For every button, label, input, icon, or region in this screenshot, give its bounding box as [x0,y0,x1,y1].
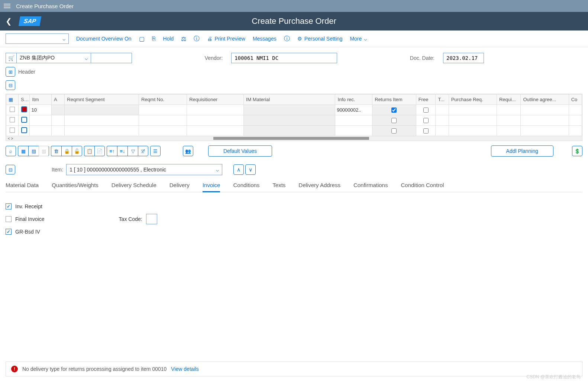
document-overview-button[interactable]: Document Overview On [76,36,132,42]
personal-setting-button[interactable]: ⚙Personal Setting [297,36,343,42]
item-select[interactable]: 1 [ 10 ] 000000000000000555 , Electronic… [66,164,222,175]
reqmt-no-cell[interactable] [139,115,187,126]
table-horizontal-scrollbar[interactable]: < > [6,136,582,141]
itm-column-header[interactable]: Itm [30,94,52,105]
detail-icon-button[interactable]: ⌕ [6,146,16,156]
co-column-header[interactable]: Co [569,94,582,105]
im-material-cell[interactable] [243,115,335,126]
messages-button[interactable]: Messages [253,36,277,42]
price-button[interactable]: 💲 [572,146,582,156]
inv-receipt-checkbox[interactable] [6,203,12,209]
more-button[interactable]: More⌵ [350,36,367,42]
im-material-cell[interactable] [243,105,335,115]
tab-invoice[interactable]: Invoice [203,179,220,192]
itm-cell[interactable]: 10 [30,105,52,115]
toolbar-variant-dropdown[interactable]: ⌵ [6,33,69,44]
vendor-input[interactable] [231,53,337,63]
tab-quantities-weights[interactable]: Quantities/Weights [52,179,98,192]
tax-code-input[interactable] [146,214,157,224]
outline-agree-cell[interactable] [521,105,569,115]
a-cell[interactable] [52,115,65,126]
tab-confirmations[interactable]: Confirmations [353,179,388,192]
layout-button[interactable]: ▥ [39,146,49,156]
purchase-req-column-header[interactable]: Purchase Req. [449,94,497,105]
tab-delivery-schedule[interactable]: Delivery Schedule [112,179,156,192]
requisitioner-cell[interactable] [187,115,244,126]
status-column-header[interactable]: S... [18,94,30,105]
a-column-header[interactable]: A [52,94,65,105]
im-material-column-header[interactable]: IM Material [243,94,335,105]
tab-delivery-address[interactable]: Delivery Address [298,179,340,192]
row-select-checkbox[interactable] [10,107,15,112]
reqmt-no-column-header[interactable]: Reqmt No. [139,94,187,105]
free-column-header[interactable]: Free [416,94,436,105]
gr-bsd-iv-checkbox[interactable] [6,229,12,235]
lock-button[interactable]: 🔒 [61,146,72,156]
info-rec-cell[interactable]: 90000002.. [335,105,372,115]
table-row[interactable] [6,115,582,126]
hamburger-icon[interactable] [4,4,10,8]
po-type-select[interactable]: ZNB 集团内PO⌵ [17,53,91,63]
itm-cell[interactable] [30,126,52,136]
info-rec-cell[interactable] [335,126,372,136]
row-select-checkbox[interactable] [10,117,15,122]
clipboard-icon[interactable]: ▢ [139,35,145,42]
returns-checkbox[interactable] [391,118,397,123]
a-cell[interactable] [52,105,65,115]
print-preview-button[interactable]: 🖨Print Preview [207,36,245,42]
reqmnt-segment-cell[interactable] [65,126,139,136]
copy-button[interactable]: 📋 [84,146,94,156]
free-checkbox[interactable] [423,118,429,123]
purchase-req-cell[interactable] [449,105,497,115]
info-rec-cell[interactable] [335,115,372,126]
free-checkbox[interactable] [423,107,429,113]
tab-texts[interactable]: Texts [272,179,285,192]
outline-agree-column-header[interactable]: Outline agree... [521,94,569,105]
reqmnt-segment-cell[interactable] [65,115,139,126]
deselect-all-button[interactable]: ▨ [28,146,39,156]
delete-button[interactable]: 🗑 [51,146,61,156]
collapse-item-button[interactable]: ⊟ [6,80,15,90]
collapse-item-detail-button[interactable]: ⊟ [6,165,15,174]
variant-button[interactable]: ☰ [150,146,161,156]
info-icon[interactable]: ⓘ [284,35,290,43]
paste-button[interactable]: 📄 [94,146,105,156]
co-cell[interactable] [569,105,582,115]
table-row[interactable]: 10 90000002.. [6,105,582,115]
settings-column-header[interactable]: ▦ [6,94,19,105]
tab-condition-control[interactable]: Condition Control [401,179,444,192]
expand-header-button[interactable]: ⊞ [6,67,15,77]
unlock-button[interactable]: 🔓 [72,146,82,156]
returns-item-column-header[interactable]: Returns Item [372,94,416,105]
filter-off-button[interactable]: ▽̸ [138,146,148,156]
im-material-cell[interactable] [243,126,335,136]
row-select-checkbox[interactable] [10,128,15,133]
help-icon[interactable]: ⓘ [194,35,200,43]
next-item-button[interactable]: ∨ [245,164,256,175]
t-cell[interactable] [436,105,449,115]
info-rec-column-header[interactable]: Info rec. [335,94,372,105]
default-values-button[interactable]: Default Values [208,145,272,157]
reqmt-no-cell[interactable] [139,105,187,115]
sort-desc-button[interactable]: ≡↓ [117,146,127,156]
requisitioner-column-header[interactable]: Requisitioner [187,94,244,105]
itm-cell[interactable] [30,115,52,126]
tab-material-data[interactable]: Material Data [6,179,39,192]
prev-item-button[interactable]: ∧ [233,164,244,175]
filter-button[interactable]: ▽ [127,146,138,156]
tab-delivery[interactable]: Delivery [169,179,190,192]
services-button[interactable]: 👥 [183,146,193,156]
free-checkbox[interactable] [423,128,429,134]
requi-cell[interactable] [497,105,521,115]
reqmnt-segment-column-header[interactable]: Reqmnt Segment [65,94,139,105]
hold-button[interactable]: Hold [163,36,174,42]
final-invoice-checkbox[interactable] [6,216,12,222]
balance-icon[interactable]: ⚖ [181,35,186,42]
doc-date-input[interactable] [443,53,484,63]
requisitioner-cell[interactable] [187,105,244,115]
sort-asc-button[interactable]: ≡↑ [107,146,117,156]
tab-conditions[interactable]: Conditions [233,179,259,192]
export-icon[interactable]: ⎘ [152,35,156,42]
addl-planning-button[interactable]: Addl Planning [491,145,553,157]
t-column-header[interactable]: T... [436,94,449,105]
